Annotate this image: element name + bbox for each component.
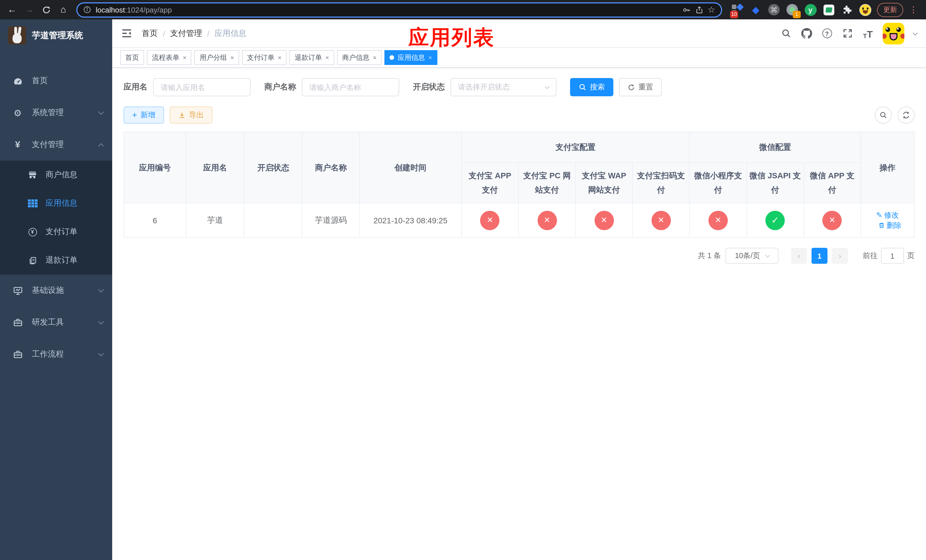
app-name-input[interactable] [153, 78, 251, 96]
export-button[interactable]: 导出 [170, 106, 212, 124]
delete-link[interactable]: 删除 [878, 220, 902, 230]
tab-user-group[interactable]: 用户分组× [195, 50, 239, 65]
question-mark-icon [822, 29, 832, 38]
y-extension-icon[interactable]: y [804, 3, 817, 16]
cell-app-id: 6 [124, 203, 186, 238]
tab-label: 退款订单 [295, 53, 322, 62]
edit-pen-icon [876, 211, 882, 219]
sidebar-logo[interactable]: 芋道管理系统 [0, 20, 112, 50]
fullscreen-icon[interactable] [842, 28, 853, 39]
breadcrumb-payment[interactable]: 支付管理 [170, 28, 202, 38]
col-wechat-jsapi: 微信 JSAPI 支付 [747, 163, 803, 203]
home-icon[interactable]: ⌂ [56, 2, 71, 17]
header-search-icon[interactable] [780, 28, 791, 39]
col-alipay-wap: 支付宝 WAP 网站支付 [575, 163, 632, 203]
url-bar[interactable]: localhost:1024/pay/app ☆ [76, 2, 722, 17]
tab-process-form[interactable]: 流程表单× [147, 50, 192, 65]
page-size-select[interactable]: 10条/页 [726, 248, 779, 264]
status-cross-icon [594, 211, 614, 230]
edit-link[interactable]: 修改 [876, 210, 899, 220]
merchant-name-input[interactable] [302, 78, 399, 96]
close-icon[interactable]: × [373, 54, 377, 61]
breadcrumb-separator: / [163, 29, 165, 38]
col-wechat-mini: 微信小程序支付 [690, 163, 747, 203]
close-icon[interactable]: × [428, 54, 432, 61]
show-search-button[interactable] [875, 106, 892, 124]
refresh-button[interactable] [897, 106, 915, 124]
tab-home[interactable]: 首页 [120, 50, 144, 65]
tab-merchant-info[interactable]: 商户信息× [337, 50, 382, 65]
sidebar-item-label: 首页 [32, 76, 103, 86]
close-icon[interactable]: × [278, 54, 281, 61]
bookmark-star-icon[interactable]: ☆ [708, 5, 715, 15]
goto-page: 前往 页 [863, 248, 915, 264]
forward-icon[interactable]: → [22, 2, 36, 17]
t-small: T [863, 33, 867, 39]
status-select[interactable]: 请选择开启状态 [451, 78, 557, 96]
sidebar-toggle-icon[interactable] [121, 27, 134, 39]
url-text: localhost:1024/pay/app [96, 5, 678, 14]
page-1-button[interactable]: 1 [811, 248, 828, 264]
extensions-puzzle-icon[interactable] [841, 3, 853, 16]
breadcrumb-home[interactable]: 首页 [142, 28, 158, 38]
password-key-icon[interactable] [682, 5, 690, 14]
yen-icon: ¥ [12, 139, 23, 150]
sidebar-item-workflow[interactable]: 工作流程 [0, 338, 112, 370]
kite-extension-icon[interactable]: ◆ [749, 3, 762, 16]
sidebar-item-refund-orders[interactable]: 退款订单 [0, 246, 112, 275]
export-button-label: 导出 [189, 110, 204, 120]
reset-button[interactable]: 重置 [619, 78, 662, 96]
storefront-icon [27, 170, 38, 180]
chevron-down-icon [765, 253, 770, 257]
tab-app-info[interactable]: 应用信息× [384, 50, 437, 65]
sidebar-item-payment[interactable]: ¥ 支付管理 [0, 129, 112, 160]
status-label: 开启状态 [413, 82, 445, 92]
command-extension-icon[interactable]: ⌘ [768, 3, 780, 16]
share-icon[interactable] [695, 5, 703, 14]
tab-pay-orders[interactable]: 支付订单× [242, 50, 287, 65]
monitor-icon [12, 285, 23, 296]
chat-extension-icon[interactable] [822, 3, 835, 16]
cell-merchant: 芋道源码 [303, 203, 359, 238]
reload-icon[interactable] [39, 2, 53, 17]
next-page-button[interactable]: › [832, 248, 848, 264]
profile-avatar[interactable] [859, 3, 872, 16]
search-form: 应用名 商户名称 开启状态 请选择开启状态 搜索 重置 [124, 78, 915, 96]
close-icon[interactable]: × [183, 54, 186, 61]
devtools-extension-icon[interactable]: 10 [731, 3, 744, 16]
user-menu-caret-icon[interactable] [913, 30, 918, 35]
browser-update-button[interactable]: 更新 [877, 3, 903, 17]
ext-square-icon [732, 5, 736, 9]
smiley-eye [867, 7, 868, 9]
goto-page-input[interactable] [881, 248, 904, 264]
sidebar-item-app-info[interactable]: 应用信息 [0, 189, 112, 218]
close-icon[interactable]: × [230, 54, 234, 61]
font-size-icon[interactable]: TT [862, 28, 874, 39]
prev-page-button[interactable]: ‹ [791, 248, 807, 264]
search-button[interactable]: 搜索 [570, 78, 613, 96]
sidebar-item-pay-orders[interactable]: 支付订单 [0, 218, 112, 246]
chat-bubble-icon [823, 4, 834, 15]
add-button[interactable]: 新增 [124, 106, 164, 124]
cell-created: 2021-10-23 08:49:25 [359, 203, 461, 238]
circle-extension-icon[interactable]: 1 [786, 3, 799, 16]
sidebar-item-system[interactable]: ⚙ 系统管理 [0, 97, 112, 129]
tab-refund-orders[interactable]: 退款订单× [290, 50, 334, 65]
sidebar-item-home[interactable]: 首页 [0, 65, 112, 97]
browser-menu-icon[interactable]: ⋮ [909, 5, 918, 15]
back-icon[interactable]: ← [5, 2, 20, 17]
breadcrumb-separator: / [207, 29, 210, 38]
sidebar-item-merchant-info[interactable]: 商户信息 [0, 160, 112, 189]
sidebar-item-infrastructure[interactable]: 基础设施 [0, 275, 112, 306]
group-wechat-config: 微信配置 [690, 132, 861, 163]
sidebar-item-dev-tools[interactable]: 研发工具 [0, 306, 112, 338]
tab-label: 商户信息 [342, 53, 369, 62]
close-icon[interactable]: × [325, 54, 329, 61]
avatar-mouth [890, 33, 897, 40]
user-avatar[interactable] [883, 23, 904, 44]
github-icon[interactable] [801, 28, 812, 39]
smiley-face [859, 4, 870, 15]
cell-alipay-pc [519, 203, 575, 238]
site-info-icon[interactable] [83, 6, 91, 14]
help-icon[interactable] [821, 28, 832, 39]
